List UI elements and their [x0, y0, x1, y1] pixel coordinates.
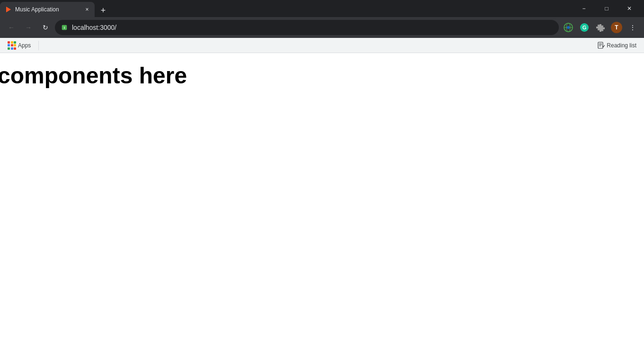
navigation-bar: ← → ↻ i localhost:3000/ G — [0, 17, 644, 38]
minimize-button[interactable]: − — [573, 0, 595, 17]
browser-tab[interactable]: Music Application × — [0, 2, 95, 17]
svg-rect-9 — [598, 42, 603, 48]
tab-strip: Music Application × + — [0, 0, 573, 17]
window-controls: − □ ✕ — [573, 0, 644, 17]
downloads-button[interactable] — [561, 20, 576, 35]
apps-grid-icon — [8, 41, 16, 50]
grammarly-extension-button[interactable]: G — [577, 20, 592, 35]
apps-bookmark[interactable]: Apps — [4, 39, 35, 52]
new-tab-button[interactable]: + — [97, 4, 110, 17]
page-heading: components here — [0, 63, 644, 89]
nav-right-icons: G T ⋮ — [561, 20, 640, 35]
address-bar[interactable]: i localhost:3000/ — [55, 20, 559, 35]
svg-text:i: i — [64, 26, 65, 30]
reload-button[interactable]: ↻ — [38, 20, 53, 35]
forward-button[interactable]: → — [21, 20, 36, 35]
back-button[interactable]: ← — [4, 20, 19, 35]
tab-favicon — [5, 6, 12, 13]
page-content: components here — [0, 53, 644, 344]
menu-button[interactable]: ⋮ — [625, 20, 640, 35]
svg-point-6 — [567, 26, 570, 29]
apps-label: Apps — [18, 42, 31, 49]
svg-text:G: G — [582, 25, 587, 30]
svg-marker-0 — [6, 7, 11, 12]
bookmarks-bar: Apps Reading list — [0, 38, 644, 53]
tab-title: Music Application — [15, 6, 80, 13]
reading-list-label: Reading list — [607, 42, 636, 49]
avatar: T — [611, 22, 622, 33]
title-bar: Music Application × + − □ ✕ — [0, 0, 644, 17]
extensions-button[interactable] — [593, 20, 608, 35]
close-window-button[interactable]: ✕ — [618, 0, 640, 17]
reading-list-button[interactable]: Reading list — [593, 40, 640, 51]
tab-close-button[interactable]: × — [83, 6, 91, 13]
address-text: localhost:3000/ — [72, 24, 553, 31]
maximize-button[interactable]: □ — [596, 0, 618, 17]
bookmarks-separator — [38, 41, 39, 50]
reading-list-icon — [597, 42, 605, 49]
profile-button[interactable]: T — [609, 20, 624, 35]
address-favicon: i — [61, 24, 68, 31]
